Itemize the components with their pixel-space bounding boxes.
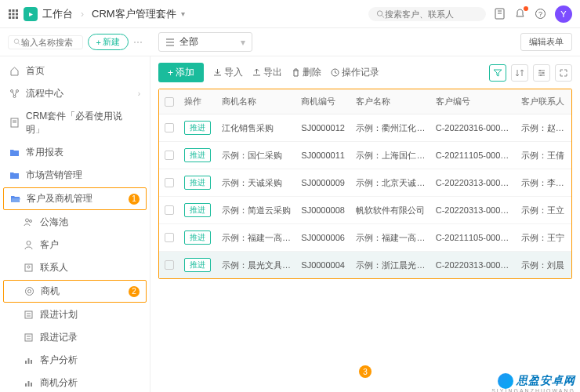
- add-button[interactable]: +添加: [158, 63, 204, 82]
- import-icon: [213, 68, 222, 77]
- global-search-input[interactable]: [385, 9, 478, 19]
- filter-button[interactable]: [489, 64, 506, 82]
- table-row[interactable]: 推进 示例：天诚采购 SJ0000009 示例：北京天诚软件... C-2022…: [159, 169, 571, 197]
- sidebar-item-客户[interactable]: 客户: [0, 234, 150, 256]
- chart-icon: [24, 355, 34, 366]
- row-checkbox[interactable]: [165, 178, 174, 187]
- sidebar-item-label: 跟进计划: [40, 308, 78, 321]
- table-row[interactable]: 推进 江化销售采购 SJ0000012 示例：衢州江化集团 C-20220316…: [159, 114, 571, 142]
- cell-customer-code: C-20211105-0000004: [431, 227, 517, 249]
- notebook-icon[interactable]: [494, 8, 506, 20]
- promote-button[interactable]: 推进: [184, 176, 211, 190]
- sidebar-item-CRM套件「必看使用说明」[interactable]: CRM套件「必看使用说明」: [0, 105, 150, 141]
- cell-code: SJ0000008: [296, 199, 351, 221]
- export-button[interactable]: 导出: [252, 66, 282, 79]
- import-button[interactable]: 导入: [213, 66, 243, 79]
- sidebar-item-商机分析[interactable]: 商机分析: [0, 372, 150, 392]
- data-table: 操作 商机名称 商机编号 客户名称 客户编号 客户联系人 推进 江化销售采购 S…: [158, 89, 572, 279]
- target-icon: [24, 286, 35, 297]
- apps-grid-icon[interactable]: [8, 9, 19, 20]
- new-button[interactable]: +新建: [88, 34, 129, 50]
- avatar[interactable]: Y: [555, 5, 572, 23]
- sidebar-item-公海池[interactable]: 公海池: [0, 211, 150, 234]
- sidebar-item-label: 客户分析: [40, 354, 78, 367]
- export-label: 导出: [263, 66, 282, 79]
- row-checkbox[interactable]: [165, 151, 174, 160]
- row-checkbox[interactable]: [165, 233, 174, 242]
- col-customer[interactable]: 客户名称: [351, 89, 430, 114]
- cell-customer: 示例：北京天诚软件...: [351, 171, 430, 195]
- sidebar-item-跟进计划[interactable]: 跟进计划: [0, 303, 150, 326]
- row-checkbox[interactable]: [165, 205, 174, 215]
- workspace-label[interactable]: 工作台: [42, 7, 73, 21]
- folder-open-icon: [10, 194, 21, 205]
- second-bar: +新建 ⋯ 全部 ▾ 编辑表单: [0, 28, 580, 56]
- sidebar-item-跟进记录[interactable]: 跟进记录: [0, 326, 150, 349]
- sort-button[interactable]: [511, 64, 528, 82]
- sidebar-item-市场营销管理[interactable]: 市场营销管理: [0, 164, 150, 187]
- cell-customer-code: C-20220316-0000001: [431, 117, 517, 139]
- content: +添加 导入 导出 删除 操作记录 操作 商机名称 商机编号 客户名称 客户: [150, 56, 580, 392]
- svg-rect-8: [16, 16, 18, 19]
- sidebar-item-首页[interactable]: 首页: [0, 60, 150, 82]
- sidebar-item-label: 联系人: [40, 261, 68, 274]
- app-name[interactable]: CRM客户管理套件: [92, 7, 176, 21]
- promote-button[interactable]: 推进: [184, 258, 211, 272]
- col-customer-code[interactable]: 客户编号: [431, 89, 517, 114]
- table-row[interactable]: 推进 示例：国仁采购 SJ0000011 示例：上海国仁有限... C-2021…: [159, 142, 571, 169]
- cell-customer: 帆软软件有限公司: [351, 198, 430, 223]
- watermark-logo-icon: [498, 373, 513, 389]
- bell-icon[interactable]: [514, 8, 527, 20]
- edit-form-button[interactable]: 编辑表单: [520, 33, 572, 51]
- promote-button[interactable]: 推进: [184, 148, 211, 162]
- watermark: 思盈安卓网 SIYINGANZHUOWANG: [498, 373, 575, 389]
- clock-icon: [331, 68, 339, 77]
- cell-contact: 示例：刘晨: [517, 253, 571, 278]
- sidebar-search-input[interactable]: [21, 38, 78, 47]
- sidebar-item-流程中心[interactable]: 流程中心›: [0, 82, 150, 105]
- export-icon: [252, 68, 261, 77]
- cell-customer-code: C-20211105-0000001: [431, 144, 517, 166]
- row-checkbox[interactable]: [165, 260, 174, 270]
- table-wrap: 操作 商机名称 商机编号 客户名称 客户编号 客户联系人 推进 江化销售采购 S…: [150, 89, 580, 392]
- secondbar-right: 全部 ▾ 编辑表单: [150, 32, 580, 52]
- col-contact[interactable]: 客户联系人: [517, 89, 571, 114]
- col-code[interactable]: 商机编号: [296, 89, 351, 114]
- sidebar-item-label: 商机: [41, 285, 60, 298]
- users-icon: [24, 217, 34, 228]
- row-checkbox[interactable]: [165, 123, 174, 132]
- select-all-checkbox[interactable]: [165, 97, 174, 107]
- svg-point-33: [28, 289, 31, 292]
- promote-button[interactable]: 推进: [184, 121, 211, 135]
- plus-icon: +: [96, 38, 101, 47]
- settings-button[interactable]: [533, 64, 550, 82]
- help-icon[interactable]: ?: [535, 8, 547, 20]
- delete-button[interactable]: 删除: [292, 66, 321, 79]
- home-icon: [9, 66, 20, 77]
- col-name[interactable]: 商机名称: [217, 89, 296, 114]
- sidebar-item-商机[interactable]: 商机2: [3, 280, 147, 303]
- table-row[interactable]: 推进 示例：晨光文具设备... SJ0000004 示例：浙江晨光文具... C…: [159, 252, 571, 278]
- chevron-down-icon[interactable]: ▾: [181, 9, 185, 18]
- sidebar-item-常用报表[interactable]: 常用报表: [0, 141, 150, 164]
- svg-point-51: [542, 72, 544, 74]
- svg-point-52: [540, 74, 542, 76]
- expand-button[interactable]: [555, 64, 572, 82]
- import-label: 导入: [224, 66, 243, 79]
- promote-button[interactable]: 推进: [184, 230, 211, 245]
- sidebar-search[interactable]: [8, 35, 83, 49]
- global-search[interactable]: [368, 7, 486, 21]
- sidebar-item-联系人[interactable]: 联系人: [0, 256, 150, 279]
- table-row[interactable]: 推进 示例：福建一高3月订单 SJ0000006 示例：福建一高集团 C-202…: [159, 224, 571, 252]
- more-icon[interactable]: ⋯: [133, 37, 143, 48]
- promote-button[interactable]: 推进: [184, 203, 211, 217]
- sidebar-item-客户及商机管理[interactable]: 客户及商机管理1: [3, 187, 147, 210]
- cell-contact: 示例：李淯海: [517, 171, 571, 195]
- log-button[interactable]: 操作记录: [331, 66, 379, 79]
- table-row[interactable]: 推进 示例：简道云采购 SJ0000008 帆软软件有限公司 C-2022031…: [159, 197, 571, 224]
- sidebar-item-客户分析[interactable]: 客户分析: [0, 349, 150, 372]
- sidebar-item-label: 跟进记录: [40, 331, 78, 344]
- list-icon: [24, 332, 34, 343]
- view-selector[interactable]: 全部 ▾: [158, 32, 252, 52]
- expand-icon: [559, 68, 568, 78]
